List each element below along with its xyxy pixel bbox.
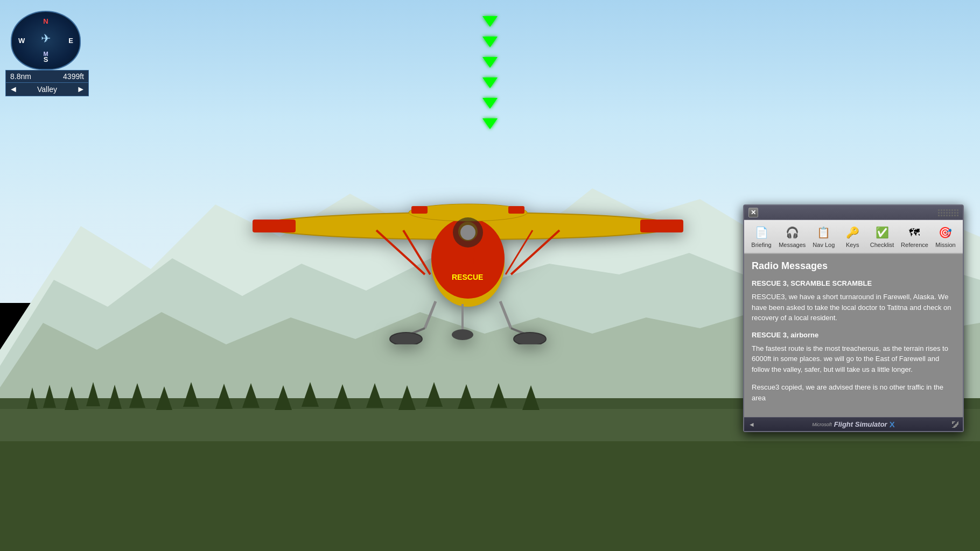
svg-point-43 (514, 333, 546, 344)
keys-label: Keys (846, 242, 859, 248)
svg-line-38 (425, 301, 436, 328)
fsx-ms-text: Microsoft (812, 422, 832, 427)
svg-rect-36 (411, 206, 428, 214)
compass-m-label: M (43, 51, 48, 57)
arrow-2 (482, 37, 498, 47)
arrow-1 (482, 16, 498, 27)
svg-text:RESCUE: RESCUE (452, 273, 483, 281)
nav-arrow-left[interactable]: ◄ (9, 84, 18, 94)
panel-titlebar: ✕ (744, 206, 963, 220)
toolbar-mission[interactable]: 🎯 Mission (934, 223, 957, 250)
keys-icon: 🔑 (845, 225, 860, 240)
reference-icon: 🗺 (907, 225, 922, 240)
navlog-label: Nav Log (813, 242, 835, 248)
compass-west: W (18, 37, 25, 45)
panel-title: Radio Messages (752, 260, 955, 272)
fsx-x-text: X (890, 420, 895, 429)
panel-toolbar: 📄 Briefing 🎧 Messages 📋 Nav Log 🔑 Keys ✅… (744, 220, 963, 254)
message-5-body: Rescue3 copied, we are advised there is … (752, 382, 955, 403)
resize-handle[interactable] (952, 421, 958, 428)
svg-rect-27 (640, 220, 683, 232)
toolbar-keys[interactable]: 🔑 Keys (841, 223, 864, 250)
svg-rect-24 (0, 441, 980, 551)
compass-widget: N S E W M ✈ (11, 11, 81, 70)
toolbar-briefing[interactable]: 📄 Briefing (750, 223, 773, 250)
aircraft-svg: RESCUE (247, 108, 689, 344)
briefing-icon: 📄 (754, 225, 769, 240)
message-1-title: RESCUE 3, SCRAMBLE SCRAMBLE (752, 279, 955, 287)
svg-point-40 (390, 333, 422, 344)
svg-line-41 (500, 301, 511, 328)
compass-plane-icon: ✈ (41, 32, 51, 46)
message-3-title: RESCUE 3, airborne (752, 331, 955, 339)
toolbar-checklist[interactable]: ✅ Checklist (869, 223, 895, 250)
nav-info-bar: 8.8nm 4399ft ◄ Valley ► (5, 70, 89, 96)
svg-rect-26 (253, 220, 296, 232)
arrow-4 (482, 77, 498, 88)
compass-north: N (43, 17, 48, 25)
nav-arrow-right[interactable]: ► (76, 84, 85, 94)
nav-location: Valley (37, 85, 57, 94)
arrow-5 (482, 98, 498, 109)
nav-distance: 8.8nm (10, 72, 31, 81)
checklist-label: Checklist (870, 242, 894, 248)
checklist-icon: ✅ (874, 225, 890, 240)
aircraft: RESCUE (247, 108, 689, 347)
nav-location-row: ◄ Valley ► (6, 83, 88, 96)
sim-viewport: RESCUE N S E W M ✈ 8.8nm 4399ft ◄ Vall (0, 0, 980, 551)
directional-arrows (482, 16, 498, 129)
close-button[interactable]: ✕ (748, 208, 758, 217)
toolbar-navlog[interactable]: 📋 Nav Log (811, 223, 836, 250)
mission-panel: ✕ 📄 Briefing 🎧 Messages 📋 (743, 204, 964, 432)
svg-point-50 (460, 225, 475, 240)
toolbar-messages[interactable]: 🎧 Messages (778, 223, 807, 250)
svg-point-45 (452, 329, 473, 340)
fsx-title-text: Flight Simulator (834, 420, 887, 428)
nav-altitude: 4399ft (63, 72, 84, 81)
toolbar-reference[interactable]: 🗺 Reference (900, 223, 929, 250)
footer-scroll-left[interactable]: ◄ (748, 421, 755, 428)
speaker-grille (938, 209, 958, 216)
message-4-body: The fastest route is the most treacherou… (752, 343, 955, 375)
briefing-label: Briefing (751, 242, 771, 248)
mission-icon: 🎯 (938, 225, 953, 240)
reference-label: Reference (901, 242, 928, 248)
compass-east: E (68, 37, 73, 45)
messages-icon: 🎧 (785, 225, 800, 240)
arrow-6 (482, 118, 498, 129)
panel-content-area: Radio Messages RESCUE 3, SCRAMBLE SCRAMB… (744, 254, 963, 417)
panel-footer: ◄ Microsoft Flight Simulator X (744, 417, 963, 431)
fsx-logo: Microsoft Flight Simulator X (812, 420, 894, 429)
navlog-icon: 📋 (816, 225, 831, 240)
message-2-body: RESCUE3, we have a short turnaround in F… (752, 292, 955, 323)
arrow-3 (482, 57, 498, 68)
mission-label: Mission (935, 242, 955, 248)
messages-label: Messages (779, 242, 806, 248)
nav-distance-altitude: 8.8nm 4399ft (6, 70, 88, 83)
svg-rect-37 (508, 206, 524, 214)
